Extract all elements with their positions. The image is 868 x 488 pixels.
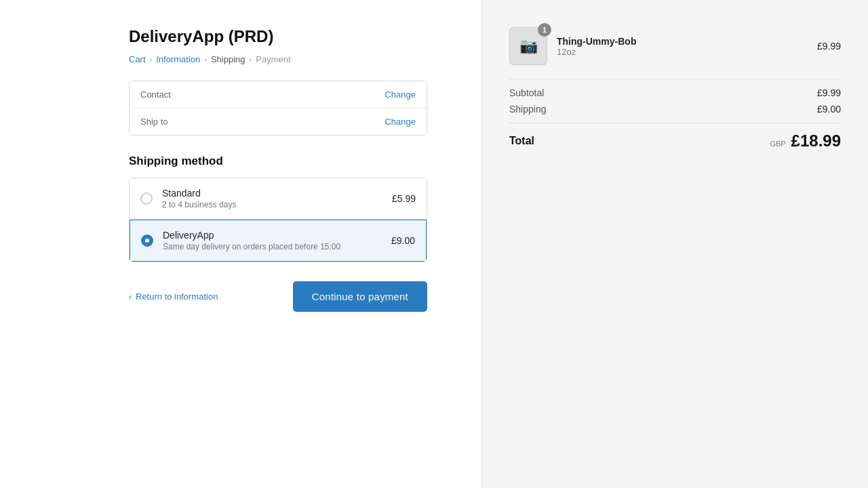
breadcrumb-sep-1: ›	[150, 56, 153, 64]
breadcrumb-information[interactable]: Information	[156, 54, 200, 64]
shipping-summary-value: £9.00	[817, 104, 841, 115]
total-value-wrap: GBP £18.99	[770, 131, 841, 150]
option-info-deliveryapp: DeliveryApp Same day delivery on orders …	[163, 230, 391, 251]
total-amount: £18.99	[791, 131, 841, 150]
shipping-option-deliveryapp[interactable]: DeliveryApp Same day delivery on orders …	[130, 220, 427, 262]
divider-2	[509, 123, 841, 123]
return-label: Return to information	[136, 291, 218, 302]
total-currency: GBP	[770, 140, 785, 148]
app-title: DeliveryApp (PRD)	[129, 27, 427, 46]
option-name-deliveryapp: DeliveryApp	[163, 230, 391, 241]
breadcrumb-shipping: Shipping	[211, 54, 245, 64]
quantity-badge: 1	[538, 23, 551, 37]
subtotal-label: Subtotal	[509, 87, 544, 98]
option-name-standard: Standard	[162, 188, 392, 199]
contact-row: Contact Change	[130, 81, 427, 108]
left-panel: DeliveryApp (PRD) Cart › Information › S…	[0, 0, 481, 488]
option-info-standard: Standard 2 to 4 business days	[162, 188, 392, 209]
breadcrumb-payment: Payment	[256, 54, 290, 64]
divider-1	[509, 79, 841, 79]
ship-to-change-link[interactable]: Change	[384, 117, 416, 127]
radio-deliveryapp	[141, 235, 153, 247]
product-details: Thing-Ummy-Bob 12oz	[557, 36, 808, 57]
contact-label: Contact	[140, 89, 188, 100]
subtotal-value: £9.99	[817, 87, 841, 98]
option-price-standard: £5.99	[392, 193, 416, 204]
ship-to-label: Ship to	[140, 117, 188, 127]
contact-change-link[interactable]: Change	[384, 89, 416, 100]
total-row: Total GBP £18.99	[509, 131, 841, 150]
breadcrumb-sep-2: ›	[204, 56, 207, 64]
subtotal-row: Subtotal £9.99	[509, 87, 841, 98]
shipping-method-title: Shipping method	[129, 155, 427, 168]
shipping-summary-label: Shipping	[509, 104, 547, 115]
radio-standard	[140, 192, 153, 205]
nav-buttons: ‹ Return to information Continue to paym…	[129, 281, 427, 312]
option-price-deliveryapp: £9.00	[391, 235, 415, 246]
return-to-information-link[interactable]: ‹ Return to information	[129, 291, 218, 302]
shipping-option-standard[interactable]: Standard 2 to 4 business days £5.99	[130, 178, 427, 220]
product-image-wrap: 📷 1	[509, 27, 547, 65]
ship-to-row: Ship to Change	[130, 108, 427, 135]
product-name: Thing-Ummy-Bob	[557, 36, 808, 47]
option-description-deliveryapp: Same day delivery on orders placed befor…	[163, 242, 391, 251]
shipping-options: Standard 2 to 4 business days £5.99 Deli…	[129, 178, 427, 262]
breadcrumb-sep-3: ›	[250, 56, 252, 64]
camera-icon: 📷	[519, 37, 538, 55]
continue-to-payment-button[interactable]: Continue to payment	[293, 281, 427, 312]
chevron-left-icon: ‹	[129, 292, 132, 302]
breadcrumb-cart[interactable]: Cart	[129, 54, 146, 64]
order-item: 📷 1 Thing-Ummy-Bob 12oz £9.99	[509, 27, 841, 65]
product-price: £9.99	[817, 41, 841, 52]
shipping-row: Shipping £9.00	[509, 104, 841, 115]
total-label: Total	[509, 135, 534, 147]
right-panel: 📷 1 Thing-Ummy-Bob 12oz £9.99 Subtotal £…	[481, 0, 868, 488]
breadcrumb: Cart › Information › Shipping › Payment	[129, 54, 427, 64]
option-description-standard: 2 to 4 business days	[162, 200, 392, 209]
product-variant: 12oz	[557, 47, 808, 57]
info-box: Contact Change Ship to Change	[129, 81, 427, 136]
